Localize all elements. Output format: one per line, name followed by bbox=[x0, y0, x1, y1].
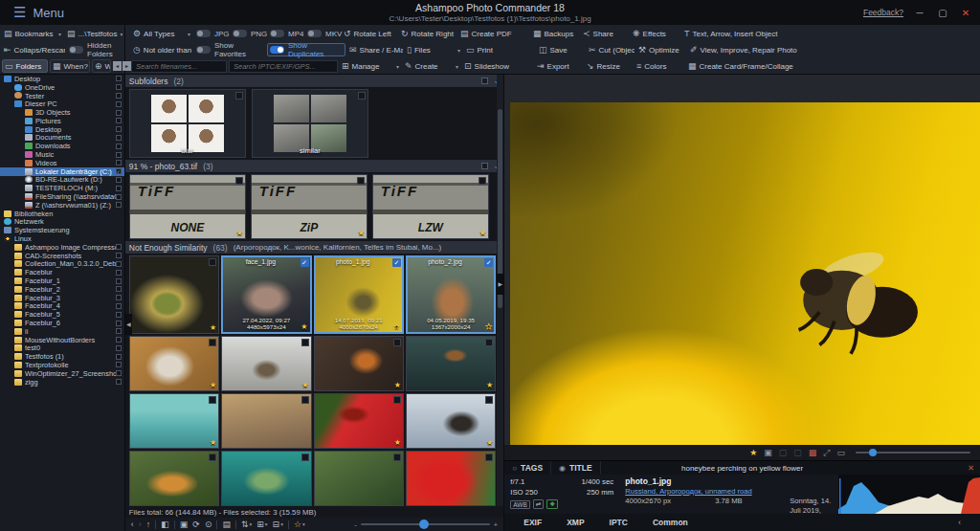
photo-viewport[interactable] bbox=[504, 75, 980, 445]
share-button[interactable]: ≺Share bbox=[581, 27, 629, 40]
monitor-icon[interactable]: ▭ bbox=[836, 448, 845, 457]
tree-item-videos[interactable]: Videos bbox=[0, 159, 124, 167]
folder-checkbox[interactable] bbox=[116, 177, 122, 183]
create-card-frame-collage-button[interactable]: ▦Create Card/Frame/Collage bbox=[686, 59, 830, 73]
section-header-subfolders[interactable]: Subfolders (2) ⌄ bbox=[125, 75, 503, 87]
tree-item-bd-re-laufwerk-d-[interactable]: BD-RE-Laufwerk (D:) bbox=[0, 176, 124, 185]
item-checkbox[interactable] bbox=[209, 396, 216, 404]
tree-item-faceblur-2[interactable]: Faceblur_2 bbox=[0, 285, 124, 294]
duplicate-lzw[interactable]: TiFFLZW★ bbox=[372, 174, 489, 239]
bookmarks-button[interactable]: ▤Bookmarks▾ bbox=[2, 27, 63, 40]
folder-checkbox[interactable] bbox=[116, 354, 122, 360]
folder-checkbox[interactable] bbox=[116, 152, 122, 158]
close-button[interactable]: ✕ bbox=[959, 8, 972, 18]
item-checkbox[interactable] bbox=[357, 177, 365, 185]
tree-item-test0[interactable]: test0 bbox=[0, 344, 124, 353]
collapse-left-pane-handle[interactable]: ◀ bbox=[125, 314, 132, 335]
item-checkbox[interactable] bbox=[485, 396, 493, 404]
tab-iptc[interactable]: IPTC bbox=[610, 518, 628, 527]
maximize-button[interactable]: ▢ bbox=[936, 8, 949, 18]
favorite-star-icon[interactable]: ★ bbox=[210, 381, 216, 389]
item-checkbox[interactable] bbox=[209, 258, 216, 266]
favorite-star-icon[interactable]: ★ bbox=[479, 229, 486, 237]
tree-item-filesharing-ashsrvdata01-u-[interactable]: FileSharing (\\ashsrvdata01) (U:) bbox=[0, 192, 124, 201]
thumbnail-ladybug-flower[interactable]: ★ bbox=[314, 393, 404, 449]
folder-checkbox[interactable] bbox=[116, 135, 122, 141]
search-iptc-exif-gps-input[interactable] bbox=[229, 60, 338, 73]
mp4-toggle[interactable]: MP4 bbox=[268, 27, 303, 40]
folder-checkbox[interactable] bbox=[116, 101, 122, 107]
tree-item-desktop[interactable]: Desktop bbox=[0, 125, 124, 134]
cut-object-button[interactable]: ✂Cut (Object) bbox=[587, 43, 635, 56]
tree-item-collection-man-0-3-2-0-debug-tes[interactable]: Collection_Man_0.3.2.0_Debug_Tes bbox=[0, 260, 124, 269]
folder-checkbox[interactable] bbox=[116, 118, 122, 123]
tab-exif[interactable]: EXIF bbox=[523, 518, 542, 527]
tree-item-documents[interactable]: Documents bbox=[0, 134, 124, 143]
fullscreen-icon[interactable]: ⤢ bbox=[823, 448, 830, 458]
view-improve-repair-button[interactable]: ✐View, Improve, Repair Photo bbox=[688, 43, 832, 56]
folder-checkbox[interactable] bbox=[116, 370, 122, 376]
tree-item-3d-objects[interactable]: 3D Objects bbox=[0, 108, 124, 117]
location-link[interactable]: Russland, Агрогородок, unnamed road bbox=[625, 487, 833, 496]
slider-knob[interactable] bbox=[419, 520, 429, 529]
compare-icon[interactable]: ▣ bbox=[764, 448, 772, 457]
folder-checkbox[interactable] bbox=[116, 261, 122, 267]
thumbnail-birds-rubble[interactable] bbox=[221, 393, 311, 449]
photo-bee-on-flower[interactable] bbox=[510, 102, 980, 445]
folder-checkbox[interactable] bbox=[116, 379, 122, 385]
rotate-right-button[interactable]: ↻Rotate Right bbox=[399, 27, 457, 40]
folder-checkbox[interactable] bbox=[116, 93, 122, 99]
favorite-star-icon[interactable]: ★ bbox=[236, 229, 243, 237]
slider-knob[interactable] bbox=[869, 449, 877, 456]
tree-item-dieser-pc[interactable]: Dieser PC bbox=[0, 100, 124, 108]
item-checkbox[interactable] bbox=[393, 454, 401, 461]
tree-item-ashampoo-image-compressor[interactable]: Ashampoo Image Compressor bbox=[0, 243, 124, 252]
favorite-star-icon[interactable]: ★ bbox=[393, 322, 400, 331]
item-checkbox[interactable] bbox=[393, 396, 401, 404]
thumbnail-frog-leaves[interactable] bbox=[314, 451, 404, 506]
save-button[interactable]: ◫Save bbox=[537, 43, 585, 56]
tree-item-textprotokolle[interactable]: Textprotokolle bbox=[0, 361, 124, 369]
collapse-right-pane-handle[interactable]: ▶ bbox=[497, 274, 503, 295]
hidden-folders-toggle[interactable]: Hidden Folders bbox=[67, 43, 124, 56]
folder-checkbox[interactable] bbox=[116, 194, 122, 200]
folder-checkbox[interactable] bbox=[116, 321, 122, 326]
filmstrip-icon[interactable]: ▢ bbox=[793, 448, 802, 457]
tree-item-cad-screenshots[interactable]: CAD-Screenshots bbox=[0, 252, 124, 260]
export-button[interactable]: ⇥Export bbox=[535, 59, 583, 73]
menu-button[interactable]: ☰ Menu bbox=[0, 0, 78, 25]
slideshow-button[interactable]: ⊡Slideshow bbox=[462, 59, 533, 73]
create-button[interactable]: ✎Create▾ bbox=[403, 59, 460, 73]
folder-checkbox[interactable] bbox=[116, 202, 122, 208]
item-checkbox[interactable] bbox=[235, 92, 243, 100]
tree-item-mousewithoutborders[interactable]: MouseWithoutBorders bbox=[0, 336, 124, 344]
favorite-star-icon[interactable]: ★ bbox=[486, 381, 493, 389]
favorite-star-icon[interactable]: ★ bbox=[394, 438, 401, 447]
preview-toggle-button[interactable]: ▣ bbox=[180, 520, 189, 529]
favorite-star-icon[interactable]: ★ bbox=[485, 322, 492, 331]
item-checkbox[interactable] bbox=[301, 396, 309, 404]
tab-when[interactable]: ▦When? bbox=[50, 59, 90, 73]
backups-button[interactable]: ▦Backups bbox=[531, 27, 579, 40]
search-filenames-input[interactable] bbox=[131, 60, 227, 73]
favorite-star-icon[interactable]: ★ bbox=[358, 229, 365, 237]
tree-item-desktop[interactable]: Desktop bbox=[0, 75, 124, 83]
thumbnail-bird-snow[interactable]: ★ bbox=[406, 393, 496, 449]
item-checkbox[interactable] bbox=[485, 339, 493, 346]
tab-folders[interactable]: ▭Folders bbox=[2, 59, 48, 73]
item-checkbox[interactable] bbox=[393, 339, 401, 346]
tree-item-faceblur-5[interactable]: Faceblur_5 bbox=[0, 310, 124, 319]
folder-checkbox[interactable] bbox=[116, 328, 122, 334]
item-checkbox[interactable] bbox=[209, 339, 216, 346]
refresh-button[interactable]: ⟳ bbox=[192, 520, 200, 529]
print-button[interactable]: ▭Print bbox=[464, 43, 535, 56]
thumbnail-tiger[interactable] bbox=[129, 451, 219, 506]
tab-xmp[interactable]: XMP bbox=[567, 518, 584, 527]
item-checkbox[interactable] bbox=[209, 454, 216, 461]
tree-item-faceblur-6[interactable]: Faceblur_6 bbox=[0, 319, 124, 327]
folder-checkbox[interactable] bbox=[116, 186, 122, 191]
forward-button[interactable]: › bbox=[139, 520, 142, 529]
title-button[interactable]: ◉ TITLE bbox=[551, 461, 601, 475]
create-pdf-button[interactable]: ▤Create PDF bbox=[458, 27, 529, 40]
effects-button[interactable]: ❋Effects bbox=[631, 27, 680, 40]
